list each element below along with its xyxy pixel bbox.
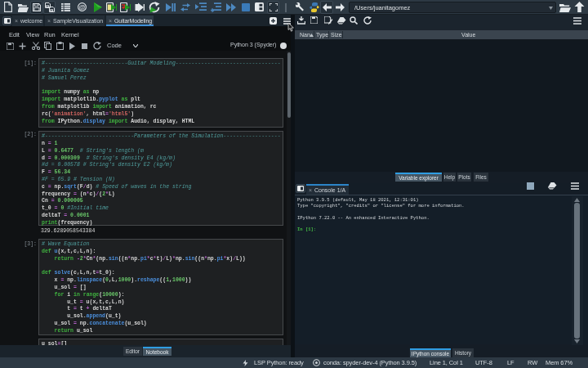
svg-text:@: @: [78, 3, 85, 11]
